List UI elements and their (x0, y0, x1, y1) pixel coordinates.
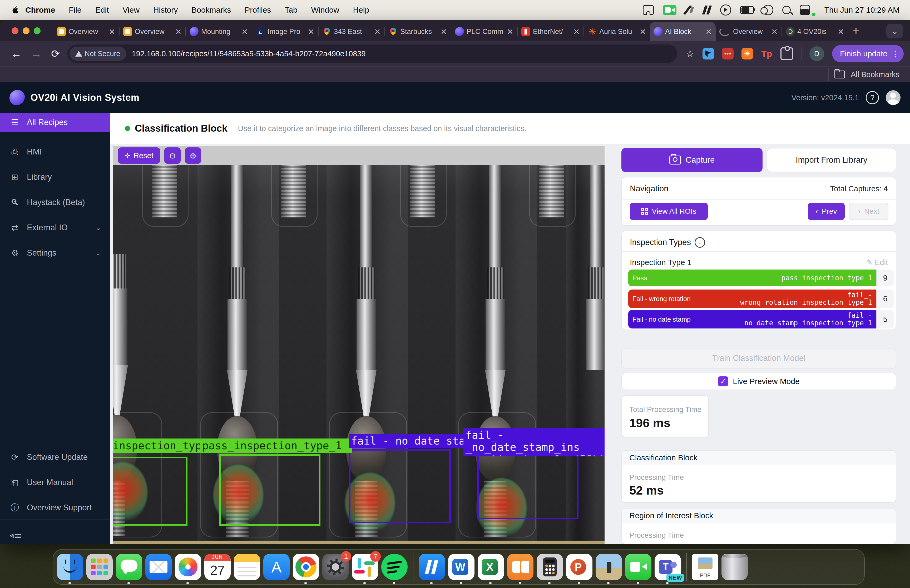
zoom-out-button[interactable]: ⊖ (164, 147, 181, 164)
dock-finder[interactable] (57, 554, 83, 580)
browser-tab[interactable]: Overview✕ (120, 22, 185, 41)
close-tab-icon[interactable]: ✕ (175, 27, 182, 36)
address-bar[interactable]: Not Secure 192.168.0.100/recipes/11/5486… (68, 44, 677, 63)
menu-edit[interactable]: Edit (95, 5, 109, 15)
menu-help[interactable]: Help (353, 5, 369, 15)
extension-icon[interactable] (703, 48, 714, 60)
browser-tab[interactable]: Starbucks✕ (385, 22, 451, 41)
collapse-sidebar-button[interactable]: ⫷☰ (0, 525, 110, 545)
menu-bookmarks[interactable]: Bookmarks (191, 5, 231, 15)
close-window-button[interactable] (11, 27, 18, 34)
capture-button[interactable]: Capture (621, 148, 763, 172)
inspection-row-pass[interactable]: Passpass_inspection_type_1 9 (628, 270, 894, 286)
play-circle-icon[interactable] (720, 5, 731, 16)
menu-clock[interactable]: Thu Jun 27 10:29 AM (824, 5, 899, 15)
inspection-row-fail-datestamp[interactable]: Fail - no date stampfail_- _no_date_stam… (628, 310, 894, 328)
close-tab-icon[interactable]: ✕ (374, 27, 381, 36)
sidebar-item-user-manual[interactable]: ⎗User Manual (0, 473, 110, 492)
dock-teams[interactable]: TNEW (655, 554, 681, 580)
dock-mail[interactable] (145, 554, 172, 580)
dock-word[interactable]: W (448, 554, 475, 580)
control-center-icon[interactable] (800, 5, 809, 15)
profile-avatar[interactable]: D (810, 46, 824, 61)
dock-keynote[interactable] (419, 554, 445, 580)
dock-system-settings[interactable]: 1 (322, 554, 349, 580)
close-tab-icon[interactable]: ✕ (837, 27, 844, 36)
view-all-rois-button[interactable]: View All ROIs (630, 203, 708, 220)
extension-icon[interactable]: Tp (761, 48, 773, 60)
sidebar-item-settings[interactable]: ⚙Settings ⌄ (0, 243, 110, 263)
dock-preview-photo[interactable] (596, 554, 622, 580)
next-button[interactable]: ›Next (849, 203, 888, 220)
link-icon[interactable] (763, 5, 773, 15)
sidebar-item-hmi[interactable]: ⎙HMI (0, 142, 110, 162)
apple-logo-icon[interactable] (11, 6, 18, 14)
close-tab-icon[interactable]: ✕ (441, 27, 447, 36)
inspection-photo[interactable]: inspection_type_1 pass_inspection_type_1… (113, 165, 605, 544)
dock-notes[interactable] (234, 554, 260, 580)
close-tab-icon[interactable]: ✕ (308, 27, 314, 36)
zoom-window-button[interactable] (34, 27, 40, 34)
all-bookmarks-button[interactable]: All Bookmarks (851, 70, 899, 79)
keynote-icon[interactable] (703, 5, 711, 15)
reload-button[interactable]: ⟳ (51, 48, 60, 60)
menu-view[interactable]: View (123, 5, 139, 15)
extensions-puzzle-icon[interactable] (781, 47, 793, 60)
close-tab-icon[interactable]: ✕ (640, 27, 646, 36)
browser-tab-active[interactable]: AI Block -✕ (650, 22, 716, 41)
browser-tab[interactable]: Image Pro✕ (252, 22, 318, 41)
screen-mirroring-icon[interactable] (643, 5, 654, 15)
menu-window[interactable]: Window (311, 5, 339, 15)
zoom-in-button[interactable]: ⊕ (185, 147, 201, 164)
browser-tab[interactable]: Overview✕ (716, 22, 782, 41)
dock-excel[interactable]: X (478, 554, 504, 580)
battery-icon[interactable] (740, 6, 754, 14)
dock-calculator[interactable] (537, 554, 563, 580)
dock-books[interactable] (507, 554, 533, 580)
sidebar-item-software-update[interactable]: ⟳Software Update (0, 447, 110, 467)
browser-tab[interactable]: ✳Auria Solu✕ (584, 22, 650, 41)
url-text[interactable]: 192.168.0.100/recipes/11/548653a5-533b-4… (132, 50, 366, 58)
live-preview-checkbox[interactable]: ✓ (718, 376, 728, 386)
sidebar-item-library[interactable]: ⊞Library (0, 167, 110, 187)
dock-messages[interactable] (116, 554, 142, 580)
dock-pdf-download[interactable] (692, 554, 718, 580)
dock-powerpoint[interactable]: P (566, 554, 592, 580)
dock-chrome[interactable] (293, 554, 319, 580)
close-tab-icon[interactable]: ✕ (241, 27, 248, 36)
help-icon[interactable]: ? (866, 91, 879, 104)
browser-tab[interactable]: PLC Comm✕ (451, 22, 517, 41)
close-tab-icon[interactable]: ✕ (109, 27, 115, 36)
dock-spotify[interactable] (381, 554, 407, 580)
tab-search-button[interactable]: ⌄ (886, 24, 903, 39)
dock-slack[interactable]: 7 (352, 554, 378, 580)
spotlight-icon[interactable] (782, 6, 791, 14)
airdrop-icon[interactable] (685, 5, 694, 15)
browser-tab[interactable]: Overview✕ (53, 22, 119, 41)
hubspot-extension-icon[interactable] (742, 48, 753, 60)
browser-tab[interactable]: Mounting✕ (186, 22, 252, 41)
reset-view-button[interactable]: ✛Reset (118, 147, 160, 164)
menu-history[interactable]: History (153, 5, 178, 15)
browser-tab[interactable]: 343 East✕ (318, 22, 385, 41)
finish-update-button[interactable]: Finish update⋮ (832, 45, 904, 62)
forward-button[interactable]: → (31, 48, 42, 60)
menu-tab[interactable]: Tab (284, 5, 297, 15)
browser-tab[interactable]: EtherNet/✕ (518, 22, 583, 41)
user-avatar[interactable] (886, 90, 900, 105)
sidebar-item-all-recipes[interactable]: ☰All Recipes (0, 113, 110, 132)
sidebar-item-external-io[interactable]: ⇄External IO ⌄ (0, 218, 110, 237)
kebab-menu-icon[interactable]: ⋮ (892, 49, 899, 58)
train-classification-model-button[interactable]: Train Classification Model (621, 348, 896, 368)
prev-button[interactable]: ‹Prev (808, 203, 845, 220)
browser-tab[interactable]: 4 OV20is✕ (782, 22, 848, 41)
import-from-library-button[interactable]: Import From Library (767, 148, 896, 172)
back-button[interactable]: ← (11, 48, 22, 60)
sidebar-item-overview-support[interactable]: ⓘOverview Support (0, 498, 110, 517)
dock-facetime[interactable] (625, 554, 651, 580)
minimize-window-button[interactable] (23, 27, 29, 34)
close-tab-icon[interactable]: ✕ (507, 27, 514, 36)
inspection-row-fail-rotation[interactable]: Fail - wrong rotationfail_- _wrong_rotat… (628, 289, 894, 308)
dock-launchpad[interactable] (86, 554, 113, 580)
menu-chrome[interactable]: Chrome (25, 5, 55, 15)
